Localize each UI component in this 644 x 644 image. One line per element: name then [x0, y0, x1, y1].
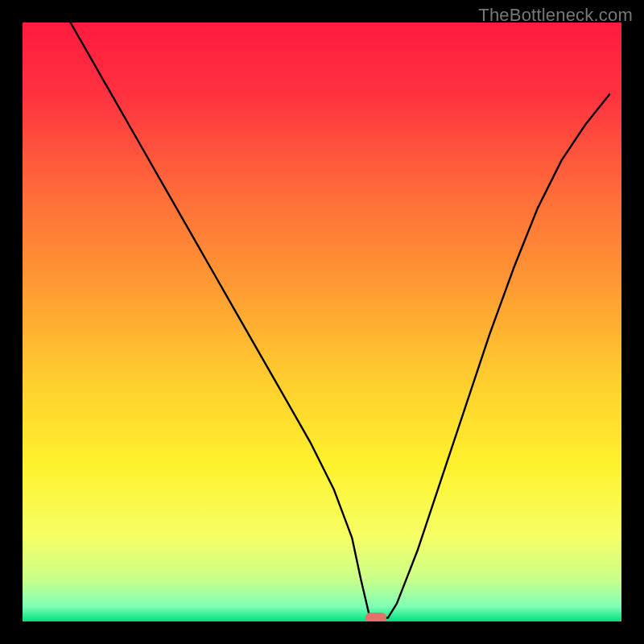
watermark-text: TheBottleneck.com	[478, 5, 633, 26]
optimum-marker	[365, 613, 386, 621]
plot-area	[23, 23, 621, 621]
bottleneck-chart-svg	[23, 23, 621, 621]
chart-background-gradient	[23, 23, 621, 621]
chart-frame: TheBottleneck.com	[0, 0, 644, 644]
